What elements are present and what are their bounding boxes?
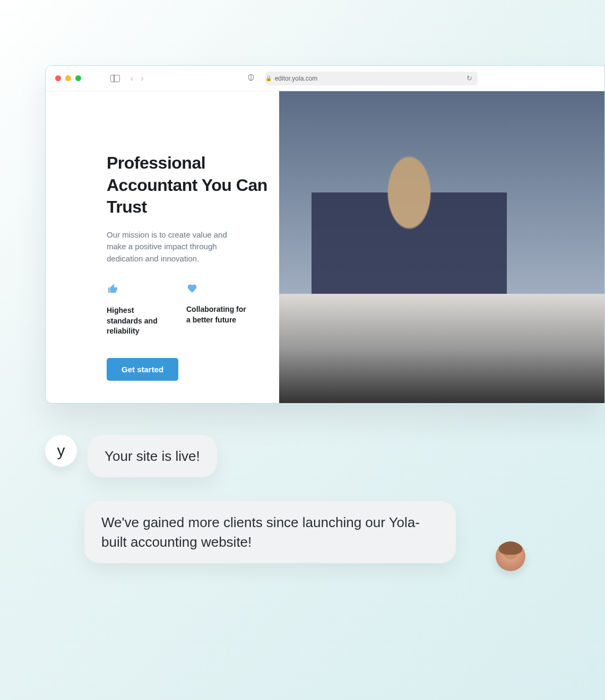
feature-text: Collaborating for a better future — [186, 304, 250, 325]
privacy-shield-icon[interactable] — [247, 74, 255, 83]
hero-image — [279, 91, 604, 403]
refresh-icon[interactable]: ↻ — [466, 74, 472, 82]
url-text: editor.yola.com — [275, 75, 318, 82]
thumbs-up-icon — [107, 283, 170, 298]
chat-message-text: Your site is live! — [105, 448, 200, 464]
chat-message-text: We've gained more clients since launchin… — [101, 514, 420, 549]
sidebar-toggle-icon[interactable] — [110, 75, 120, 82]
user-avatar — [496, 541, 525, 571]
traffic-lights — [55, 75, 81, 81]
lock-icon: 🔒 — [265, 75, 272, 81]
hero-subtitle: Our mission is to create value and make … — [107, 229, 239, 265]
chat-message-row: y Your site is live! — [45, 435, 499, 477]
feature-item: Collaborating for a better future — [186, 283, 250, 337]
close-window-button[interactable] — [55, 75, 61, 81]
feature-item: Highest standards and reliability — [107, 283, 170, 337]
avatar-initial: y — [57, 442, 65, 460]
hero-title: Professional Accountant You Can Trust — [107, 152, 269, 218]
features-row: Highest standards and reliability Collab… — [107, 283, 269, 337]
maximize-window-button[interactable] — [75, 75, 81, 81]
photo-desk — [279, 294, 604, 403]
minimize-window-button[interactable] — [65, 75, 71, 81]
heart-icon — [186, 283, 250, 297]
back-button[interactable]: ‹ — [131, 74, 133, 83]
chat-bubble: We've gained more clients since launchin… — [84, 501, 456, 563]
chat-section: y Your site is live! We've gained more c… — [45, 435, 499, 587]
chat-message-row: We've gained more clients since launchin… — [45, 501, 499, 563]
feature-text: Highest standards and reliability — [107, 305, 170, 337]
address-bar[interactable]: 🔒 editor.yola.com ↻ — [265, 72, 478, 85]
get-started-button[interactable]: Get started — [107, 358, 178, 381]
page-content: Professional Accountant You Can Trust Ou… — [46, 91, 604, 403]
browser-chrome: ‹ › 🔒 editor.yola.com ↻ — [46, 66, 604, 91]
yola-avatar: y — [45, 435, 77, 467]
browser-window: ‹ › 🔒 editor.yola.com ↻ Professional Acc… — [45, 65, 605, 404]
forward-button[interactable]: › — [141, 74, 143, 83]
hero-section: Professional Accountant You Can Trust Ou… — [46, 91, 279, 403]
chat-bubble: Your site is live! — [88, 435, 217, 477]
